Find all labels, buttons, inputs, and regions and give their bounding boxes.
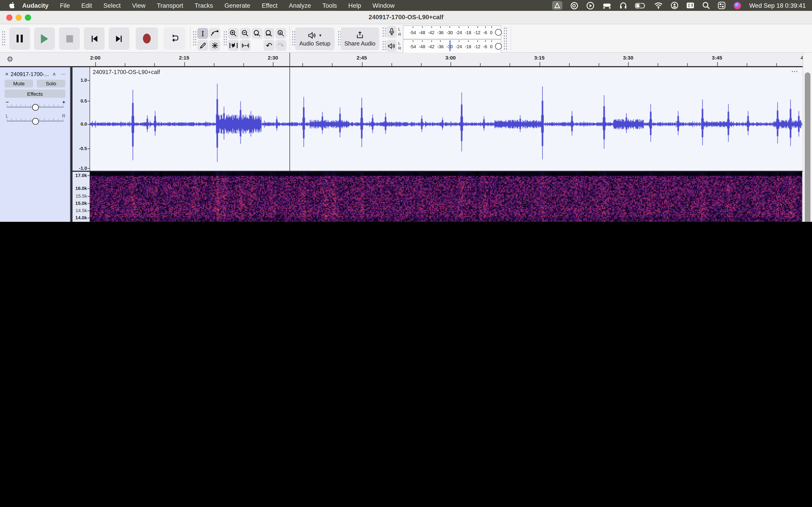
pan-slider-handle[interactable]	[32, 118, 39, 125]
track-title[interactable]: 240917-1700-...	[11, 71, 50, 77]
recording-meter[interactable]: -54-48-42-36-30-24-18-12-60	[403, 25, 501, 39]
menu-select[interactable]: Select	[98, 2, 126, 9]
window-title: 240917-1700-OS-L90+calf	[0, 13, 812, 20]
trim-audio-button[interactable]	[228, 40, 239, 51]
play-circle-icon[interactable]	[586, 1, 595, 10]
menu-edit[interactable]: Edit	[76, 2, 98, 9]
zoom-toggle-button[interactable]	[275, 28, 286, 39]
effects-button[interactable]: Effects	[5, 90, 65, 98]
battery-icon[interactable]	[635, 2, 646, 8]
zoom-selection-button[interactable]	[252, 28, 263, 39]
apple-menu-icon[interactable]	[0, 2, 18, 9]
meter-toolbar-grip[interactable]	[503, 27, 507, 51]
stop-button[interactable]	[59, 27, 80, 50]
timeline-tick	[391, 63, 392, 66]
zoom-fit-button[interactable]	[263, 28, 274, 39]
timeline-tick	[302, 63, 303, 66]
timeline-label: 3:45	[712, 55, 722, 60]
draw-tool-button[interactable]	[197, 40, 208, 51]
timeline-label: 4:00	[801, 55, 803, 60]
playback-meter-right-label: R	[398, 47, 401, 50]
menu-analyze[interactable]: Analyze	[283, 2, 317, 9]
playback-meter-speaker-button[interactable]	[386, 40, 397, 52]
user-account-icon[interactable]	[671, 2, 678, 9]
menu-transport[interactable]: Transport	[151, 2, 189, 9]
waveform-view[interactable]: 240917-1700-OS-L90+calf ⋯	[90, 67, 802, 171]
creative-cloud-icon[interactable]	[570, 1, 578, 10]
mute-button[interactable]: Mute	[5, 80, 33, 88]
menu-tools[interactable]: Tools	[317, 2, 343, 9]
active-app-icon[interactable]	[552, 1, 562, 10]
control-center-icon[interactable]	[718, 2, 725, 9]
play-button[interactable]	[34, 27, 55, 50]
timeline-tick	[717, 62, 717, 66]
record-meter-mic-button[interactable]	[386, 26, 397, 38]
timeline-tick	[214, 63, 214, 66]
recording-meter-grip[interactable]	[382, 27, 386, 37]
audio-setup-toolbar-grip[interactable]	[292, 31, 295, 46]
playback-meter-grip[interactable]	[382, 40, 386, 51]
audio-setup-button[interactable]: ▼ Audio Setup	[295, 27, 335, 50]
track-menu-icon[interactable]: ⋯	[61, 71, 66, 76]
siri-icon[interactable]	[733, 1, 742, 10]
gain-slider-handle[interactable]	[32, 104, 39, 111]
microphone-icon	[389, 28, 394, 36]
audio-track-control-panel[interactable]: × 240917-1700-... ∧ ⋯ Mute Solo Effects …	[0, 67, 70, 222]
menu-audacity[interactable]: Audacity	[18, 2, 54, 9]
edit-toolbar-grip[interactable]	[223, 31, 227, 46]
share-icon	[356, 31, 364, 39]
menu-effect[interactable]: Effect	[256, 2, 283, 9]
silence-audio-button[interactable]	[240, 40, 251, 51]
headphones-icon[interactable]	[619, 2, 627, 9]
menu-file[interactable]: File	[54, 2, 76, 9]
collapse-track-icon[interactable]: ∧	[53, 71, 56, 76]
tools-toolbar-grip[interactable]	[193, 31, 196, 46]
zoom-out-button[interactable]	[240, 28, 251, 39]
keyboard-icon[interactable]	[602, 2, 611, 9]
record-button[interactable]	[136, 27, 158, 50]
playback-meter[interactable]: -54-48-42-36-30-24-18-12-60	[403, 39, 501, 53]
spectrogram-canvas[interactable]	[90, 172, 802, 222]
wave-scale-tick	[88, 124, 90, 125]
track-panel-divider[interactable]	[70, 67, 72, 222]
loop-button[interactable]	[164, 27, 185, 50]
timeline-ruler[interactable]: ⚙ 2:002:152:302:453:003:153:303:454:00	[0, 53, 803, 67]
menu-window[interactable]: Window	[367, 2, 400, 9]
selection-tool-button[interactable]: I	[197, 28, 208, 39]
waveform-canvas[interactable]	[90, 67, 802, 171]
input-menu-icon[interactable]	[686, 2, 695, 9]
menu-items: AudacityFileEditSelectViewTransportTrack…	[18, 2, 400, 9]
menu-view[interactable]: View	[126, 2, 151, 9]
close-track-button[interactable]: ×	[5, 71, 9, 77]
vertical-scrollbar[interactable]	[803, 53, 812, 222]
waveform-vertical-ruler[interactable]: 1.00.50.0-0.5-1.0	[72, 67, 90, 171]
playhead-cursor	[290, 53, 290, 171]
solo-button[interactable]: Solo	[37, 80, 65, 88]
envelope-tool-button[interactable]	[209, 28, 220, 39]
timeline-tick	[628, 62, 629, 66]
spotlight-search-icon[interactable]	[702, 2, 710, 9]
share-audio-button[interactable]: Share Audio	[341, 27, 379, 50]
spectrogram-frequency-ruler[interactable]: 17.0k16.0k15.5k15.0k14.5k14.0k13.5k13.0k…	[72, 172, 90, 222]
playback-meter-left-label: L	[398, 42, 401, 45]
spectrogram-view[interactable]	[90, 172, 802, 222]
pause-button[interactable]	[9, 27, 30, 50]
redo-button[interactable]: ↷	[275, 40, 286, 51]
skip-to-start-button[interactable]	[84, 27, 104, 50]
clip-menu-icon[interactable]: ⋯	[792, 67, 798, 75]
multi-tool-button[interactable]	[209, 40, 220, 51]
vertical-scrollbar-thumb[interactable]	[805, 72, 810, 222]
skip-to-end-button[interactable]	[109, 27, 130, 50]
spectro-scale-label: 17.0k	[75, 173, 87, 178]
wifi-icon[interactable]	[654, 2, 663, 9]
timeline-options-gear-icon[interactable]: ⚙	[7, 55, 13, 63]
undo-button[interactable]: ↶	[263, 40, 274, 51]
timeline-tick	[155, 63, 155, 66]
transport-toolbar-grip[interactable]	[2, 31, 5, 46]
menu-tracks[interactable]: Tracks	[189, 2, 219, 9]
recording-meter-scale: -54-48-42-36-30-24-18-12-60	[410, 26, 493, 39]
zoom-in-button[interactable]	[228, 28, 239, 39]
menubar-clock[interactable]: Wed Sep 18 0:39:41	[749, 2, 806, 9]
menu-generate[interactable]: Generate	[219, 2, 256, 9]
menu-help[interactable]: Help	[343, 2, 367, 9]
